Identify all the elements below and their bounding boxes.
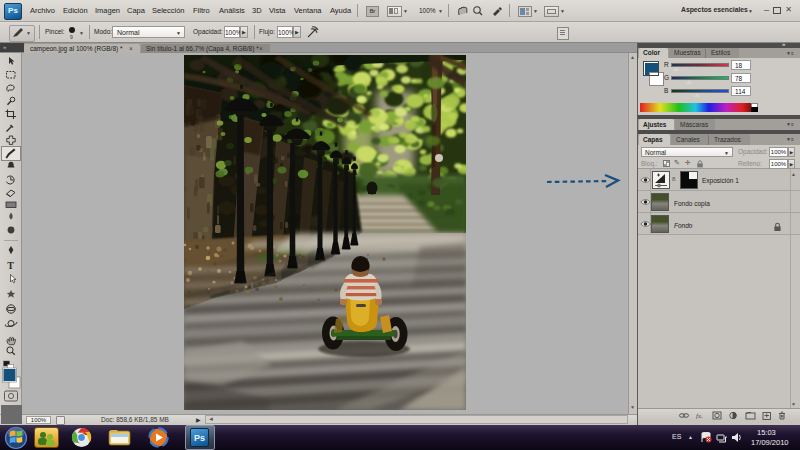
svg-text:fx.: fx. xyxy=(696,412,703,420)
svg-text:T: T xyxy=(7,260,14,271)
